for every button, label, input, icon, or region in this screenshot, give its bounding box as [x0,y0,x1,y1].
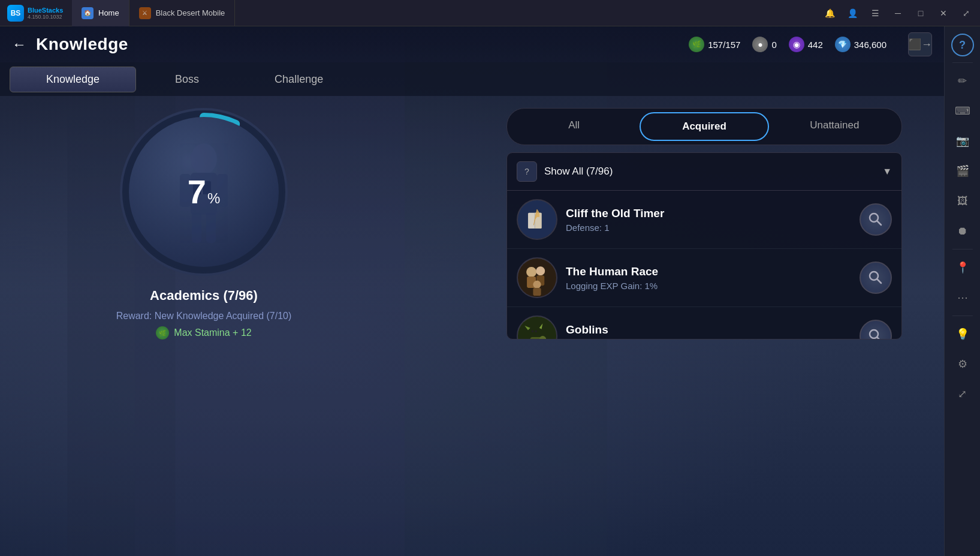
list-item: Goblins Logging EXP Gain: 1% [507,307,901,339]
item-name-human: The Human Race [566,265,851,278]
search-icon [867,327,884,339]
search-button-cliff[interactable] [860,203,892,236]
stamina-resource: 🌿 157/157 [689,37,740,52]
svg-point-26 [518,317,556,339]
menu-btn[interactable]: ☰ [866,4,884,22]
light-button[interactable]: 💡 [949,321,976,347]
game-tab-label: Black Desert Mobile [156,8,225,17]
home-tab-icon: 🏠 [82,7,94,19]
export-button[interactable]: ⬛→ [908,32,932,56]
location-button[interactable]: 📍 [949,254,976,281]
stamina-bonus-icon: 🌿 [156,326,169,339]
right-panel: All Acquired Unattained ? Show All (7/96… [500,96,908,351]
tab-knowledge[interactable]: Knowledge [10,67,136,92]
moon-value: 0 [771,40,776,50]
goblin-avatar-svg [518,315,556,339]
cliff-avatar-svg [518,199,556,240]
page-title: Knowledge [36,35,128,54]
search-icon [867,211,884,228]
item-name-goblin: Goblins [566,323,851,336]
export-icon: ⬛→ [908,38,932,51]
video-button[interactable]: 🎬 [949,158,976,184]
stamina-value: 157/157 [708,40,740,50]
item-info-cliff: Cliff the Old Timer Defense: 1 [566,207,851,233]
notification-btn[interactable]: 🔔 [821,4,839,22]
game-header: ← Knowledge 🌿 157/157 ● 0 ◉ 442 💎 346,60… [0,26,944,62]
circle-text: 7 % [120,108,288,276]
filter-all[interactable]: All [511,112,637,141]
svg-point-22 [533,281,541,288]
game-body: 7 % Academics (7/96) Reward: New Knowled… [0,96,944,351]
back-button[interactable]: ← [12,37,26,52]
tab-challenge[interactable]: Challenge [238,67,360,92]
app-name: BlueStacks [28,7,63,14]
left-panel: 7 % Academics (7/96) Reward: New Knowled… [0,96,408,351]
svg-point-30 [535,330,537,333]
percent-symbol: % [207,190,220,207]
game-tabs: Knowledge Boss Challenge [0,62,944,96]
screenshot-button[interactable]: 📷 [949,128,976,154]
stamina-icon: 🌿 [689,37,704,52]
reward-label: Reward: New Knowledge Acquired (7/10) [116,311,292,321]
tab-boss[interactable]: Boss [138,67,236,92]
tab-home[interactable]: 🏠 Home [72,0,129,26]
filter-acquired[interactable]: Acquired [640,112,768,141]
human-avatar-svg [518,257,556,298]
purple-value: 442 [808,40,823,50]
svg-point-18 [526,267,536,277]
maximize-btn[interactable]: □ [912,4,930,22]
sidebar-separator [952,315,973,316]
tab-game[interactable]: ⚔ Black Desert Mobile [129,0,236,26]
home-tab-label: Home [98,8,119,17]
account-btn[interactable]: 👤 [843,4,861,22]
moon-resource: ● 0 [752,37,776,52]
stamina-bonus: 🌿 Max Stamina + 12 [156,326,251,339]
stamina-bonus-text: Max Stamina + 12 [174,327,251,338]
keyboard-button[interactable]: ⌨ [949,98,976,124]
coins-resource: 💎 346,600 [835,37,886,52]
item-desc-human: Logging EXP Gain: 1% [566,281,851,291]
list-item: The Human Race Logging EXP Gain: 1% [507,249,901,307]
filter-tabs: All Acquired Unattained [506,108,902,145]
sidebar-separator [952,62,973,63]
knowledge-items-list: Cliff the Old Timer Defense: 1 [507,191,901,339]
coins-value: 346,600 [854,40,886,50]
dropdown-arrow-icon: ▼ [882,166,892,177]
show-all-header[interactable]: ? Show All (7/96) ▼ [507,153,901,191]
search-button-goblin[interactable] [860,320,892,339]
main-content: ← Knowledge 🌿 157/157 ● 0 ◉ 442 💎 346,60… [0,26,980,556]
right-sidebar: ? ✏ ⌨ 📷 🎬 🖼 ⏺ 📍 ⋯ 💡 ⚙ ⤢ [944,26,980,556]
fullscreen-side-button[interactable]: ⤢ [949,381,976,407]
moon-icon: ● [752,37,768,52]
header-resources: 🌿 157/157 ● 0 ◉ 442 💎 346,600 ⬛→ [689,32,932,56]
game-tab-icon: ⚔ [139,7,151,19]
fullscreen-btn[interactable]: ⤢ [957,4,975,22]
svg-line-25 [878,279,882,284]
more-button[interactable]: ⋯ [949,284,976,311]
bluestacks-icon: BS [7,5,24,22]
item-desc-cliff: Defense: 1 [566,223,851,233]
svg-point-29 [532,330,534,333]
record-button[interactable]: ⏺ [949,218,976,244]
purple-icon: ◉ [789,37,804,52]
close-btn[interactable]: ✕ [934,4,952,22]
item-avatar-human [517,257,557,298]
help-button[interactable]: ? [951,34,974,56]
item-info-goblin: Goblins Logging EXP Gain: 1% [566,323,851,339]
window-controls: 🔔 👤 ☰ ─ □ ✕ ⤢ [821,4,980,22]
settings-button[interactable]: ⚙ [949,351,976,377]
app-version: 4.150.10.1032 [28,14,63,20]
coins-icon: 💎 [835,37,851,52]
search-icon [867,269,884,286]
sidebar-separator [952,249,973,250]
list-item: Cliff the Old Timer Defense: 1 [507,191,901,249]
gallery-button[interactable]: 🖼 [949,188,976,214]
percent-number: 7 [188,175,206,209]
search-button-human[interactable] [860,262,892,294]
svg-line-35 [878,338,882,339]
knowledge-list: ? Show All (7/96) ▼ [506,152,902,339]
minimize-btn[interactable]: ─ [889,4,907,22]
pen-tool-button[interactable]: ✏ [949,68,976,94]
filter-unattained[interactable]: Unattained [771,112,898,141]
progress-circle: 7 % [120,108,288,276]
